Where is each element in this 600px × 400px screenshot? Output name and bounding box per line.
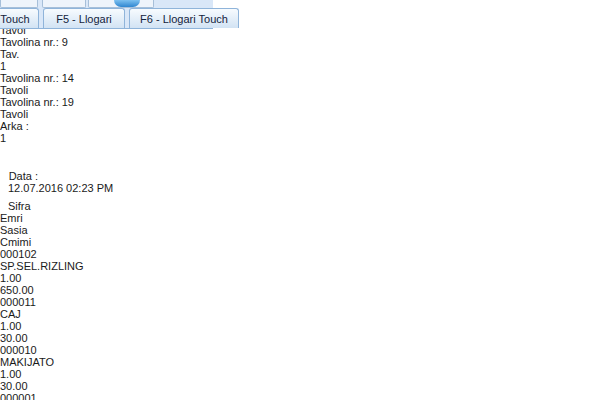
table-row[interactable]: 000102 SP.SEL.RIZLING 1.00 650.00: [0, 248, 600, 296]
cell-emri: CAJ: [0, 308, 600, 320]
cell-sifra: 000010: [0, 344, 600, 356]
cell-sasia: 1.00: [0, 368, 600, 380]
table-button-label: Tavoli: [0, 108, 600, 120]
column-header-sifra[interactable]: Sifra: [0, 200, 600, 212]
table-row-selected[interactable]: 000001 KOKA KOLA 2.00 60.00: [0, 392, 600, 400]
cell-sasia: 1.00: [0, 320, 600, 332]
column-header-sasia[interactable]: Sasia: [0, 224, 600, 236]
column-header-cmimi[interactable]: Cmimi: [0, 236, 600, 248]
date-value: 12.07.2016 02:23 PM: [8, 182, 113, 194]
column-header-emri[interactable]: Emri: [0, 212, 600, 224]
cell-cmimi: 30.00: [0, 380, 600, 392]
arka-label: Arka :: [0, 120, 600, 132]
arka-value: 1: [0, 132, 6, 144]
pos-window: Touch F5 - Llogari F6 - Llogari Touch Ta…: [0, 0, 600, 400]
tab-f5-llogari[interactable]: F5 - Llogari: [43, 8, 125, 28]
toolbar: Touch F5 - Llogari F6 - Llogari Touch: [0, 0, 213, 29]
tab-f6-llogari-touch[interactable]: F6 - Llogari Touch: [129, 8, 239, 28]
date-input[interactable]: 12.07.2016 02:23 PM: [0, 182, 155, 200]
cell-emri: SP.SEL.RIZLING: [0, 260, 600, 272]
cell-sifra: 000001: [0, 392, 600, 400]
arka-secondary-input[interactable]: [0, 151, 100, 170]
tab-label: F6 - Llogari Touch: [140, 13, 228, 25]
order-dialog: Arka : 1 Data : 12.07.2016 02:23 PM Sifr…: [0, 120, 600, 400]
table-button-label: Tavolina nr.: 19: [0, 96, 600, 108]
cell-sasia: 1.00: [0, 272, 600, 284]
table-row[interactable]: 000010 MAKIJATO 1.00 30.00: [0, 344, 600, 392]
toolbar-fragment: [42, 0, 86, 8]
table-button-19[interactable]: Tavolina nr.: 19: [0, 96, 600, 108]
data-label: Data :: [0, 170, 38, 182]
table-button-sublabel: 1: [0, 60, 600, 72]
table-button-occluded[interactable]: Tavoli: [0, 108, 600, 120]
table-row[interactable]: 000011 CAJ 1.00 30.00: [0, 296, 600, 344]
table-button-label: Tavolina nr.: 14: [0, 72, 600, 84]
table-header-row: Sifra Emri Sasia Cmimi: [0, 200, 600, 248]
cell-emri: MAKIJATO: [0, 356, 600, 368]
table-button-label: Tavoli: [0, 84, 600, 96]
tab-label: F5 - Llogari: [56, 13, 112, 25]
refresh-icon: [114, 0, 140, 7]
tab-label: Touch: [0, 13, 29, 25]
table-button-occluded[interactable]: Tavoli: [0, 84, 600, 96]
header-banner-image: [0, 28, 213, 57]
cell-sifra: 000011: [0, 296, 600, 308]
arka-input[interactable]: 1: [0, 132, 43, 151]
tab-touch[interactable]: Touch: [0, 8, 39, 28]
toolbar-fragment: [0, 0, 38, 8]
cell-sifra: 000102: [0, 248, 600, 260]
cell-cmimi: 650.00: [0, 284, 600, 296]
cell-cmimi: 30.00: [0, 332, 600, 344]
table-button-14[interactable]: Tavolina nr.: 14: [0, 72, 600, 84]
order-items-table: Sifra Emri Sasia Cmimi 000102 SP.SEL.RIZ…: [0, 200, 600, 400]
